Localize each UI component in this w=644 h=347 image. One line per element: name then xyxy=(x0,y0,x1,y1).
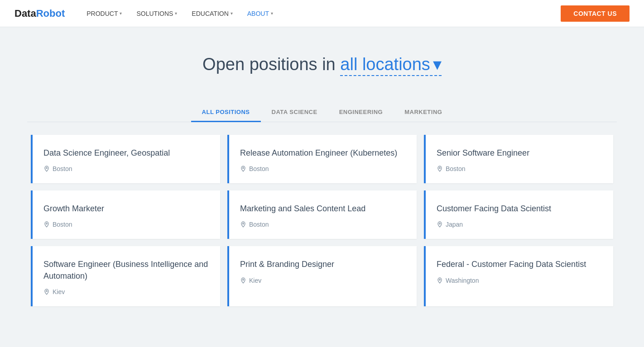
job-card[interactable]: Software Engineer (Business Intelligence… xyxy=(31,246,220,306)
job-location: Kiev xyxy=(43,288,209,295)
job-location: Japan xyxy=(437,221,602,228)
tab-engineering[interactable]: ENGINEERING xyxy=(328,103,394,122)
job-title: Software Engineer (Business Intelligence… xyxy=(43,259,209,281)
job-location-text: Japan xyxy=(446,221,463,228)
job-card[interactable]: Growth Marketer Boston xyxy=(31,190,220,239)
tab-data-science[interactable]: DATA SCIENCE xyxy=(261,103,328,122)
locations-dropdown[interactable]: all locations ▾ xyxy=(340,54,442,76)
nav-links: PRODUCT ▾ SOLUTIONS ▾ EDUCATION ▾ ABOUT … xyxy=(87,10,561,17)
chevron-down-icon: ▾ xyxy=(433,54,442,74)
location-pin-icon xyxy=(240,166,246,172)
job-card[interactable]: Release Automation Engineer (Kubernetes)… xyxy=(227,135,417,183)
svg-point-8 xyxy=(439,279,441,280)
hero-title: Open positions in all locations ▾ xyxy=(9,54,635,76)
job-title: Data Science Engineer, Geospatial xyxy=(43,147,209,159)
job-location-text: Boston xyxy=(249,165,269,172)
job-card[interactable]: Marketing and Sales Content Lead Boston xyxy=(227,190,417,239)
hero-section: Open positions in all locations ▾ xyxy=(0,27,644,90)
job-location-text: Kiev xyxy=(249,277,261,284)
chevron-down-icon: ▾ xyxy=(175,11,177,16)
chevron-down-icon: ▾ xyxy=(271,11,273,16)
chevron-down-icon: ▾ xyxy=(120,11,122,16)
job-title: Growth Marketer xyxy=(43,203,209,214)
job-location-text: Kiev xyxy=(53,288,65,295)
job-title: Federal - Customer Facing Data Scientist xyxy=(437,259,602,270)
tab-marketing[interactable]: MARKETING xyxy=(394,103,453,122)
job-grid: Data Science Engineer, Geospatial Boston… xyxy=(27,131,617,310)
job-location: Washington xyxy=(437,277,602,284)
job-title: Customer Facing Data Scientist xyxy=(437,203,602,214)
job-card[interactable]: Customer Facing Data Scientist Japan xyxy=(424,190,613,239)
job-location: Boston xyxy=(437,165,602,172)
chevron-down-icon: ▾ xyxy=(231,11,233,16)
svg-point-1 xyxy=(243,167,244,169)
job-location-text: Boston xyxy=(53,221,72,228)
nav-about[interactable]: ABOUT ▾ xyxy=(247,10,273,17)
location-pin-icon xyxy=(437,221,443,228)
job-card[interactable]: Federal - Customer Facing Data Scientist… xyxy=(424,246,613,306)
location-pin-icon xyxy=(240,277,246,284)
job-card[interactable]: Senior Software Engineer Boston xyxy=(424,135,613,183)
job-location: Kiev xyxy=(240,277,406,284)
job-title: Print & Branding Designer xyxy=(240,259,406,270)
nav-education[interactable]: EDUCATION ▾ xyxy=(192,10,232,17)
job-card[interactable]: Data Science Engineer, Geospatial Boston xyxy=(31,135,220,183)
svg-point-7 xyxy=(243,279,244,280)
location-pin-icon xyxy=(437,277,443,284)
job-location-text: Boston xyxy=(249,221,269,228)
job-location: Boston xyxy=(240,165,406,172)
job-location-text: Washington xyxy=(446,277,479,284)
job-title: Release Automation Engineer (Kubernetes) xyxy=(240,147,406,159)
nav-solutions[interactable]: SOLUTIONS ▾ xyxy=(136,10,177,17)
locations-label: all locations xyxy=(340,55,430,74)
location-pin-icon xyxy=(437,166,443,172)
job-title: Senior Software Engineer xyxy=(437,147,602,159)
job-location: Boston xyxy=(43,221,209,228)
svg-point-6 xyxy=(46,290,48,292)
svg-point-2 xyxy=(439,167,441,169)
svg-point-5 xyxy=(439,223,441,224)
svg-point-0 xyxy=(46,167,48,169)
logo-robot-text: Robot xyxy=(36,8,65,19)
job-title: Marketing and Sales Content Lead xyxy=(240,203,406,214)
job-location-text: Boston xyxy=(446,165,466,172)
tabs-container: ALL POSITIONS DATA SCIENCE ENGINEERING M… xyxy=(27,103,617,122)
logo[interactable]: DataRobot xyxy=(14,8,65,19)
job-card[interactable]: Print & Branding Designer Kiev xyxy=(227,246,417,306)
job-location-text: Boston xyxy=(53,165,72,172)
location-pin-icon xyxy=(240,221,246,228)
tab-all-positions[interactable]: ALL POSITIONS xyxy=(191,103,261,122)
job-location: Boston xyxy=(240,221,406,228)
logo-data-text: Data xyxy=(14,8,36,19)
location-pin-icon xyxy=(43,221,50,228)
job-location: Boston xyxy=(43,165,209,172)
svg-point-4 xyxy=(243,223,244,224)
navbar: DataRobot PRODUCT ▾ SOLUTIONS ▾ EDUCATIO… xyxy=(0,0,644,27)
nav-product[interactable]: PRODUCT ▾ xyxy=(87,10,122,17)
svg-point-3 xyxy=(46,223,48,224)
hero-prefix: Open positions in xyxy=(202,55,336,74)
contact-us-button[interactable]: CONTACT US xyxy=(561,5,630,22)
location-pin-icon xyxy=(43,289,50,295)
location-pin-icon xyxy=(43,166,50,172)
